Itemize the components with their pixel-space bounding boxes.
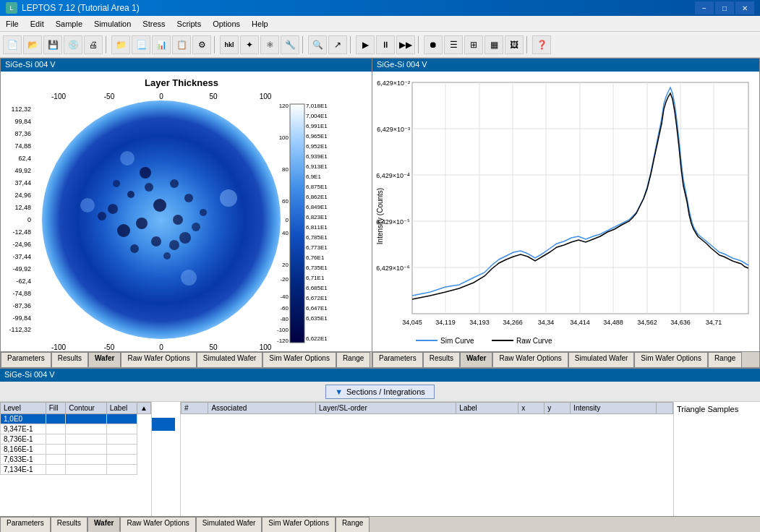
svg-text:34,045: 34,045: [402, 319, 422, 326]
tb-scan[interactable]: 🔍: [308, 35, 327, 54]
svg-text:0: 0: [159, 93, 163, 100]
toolbar-separator-5: [418, 36, 421, 53]
tb-open[interactable]: 📂: [23, 35, 42, 54]
tb-run[interactable]: ▶▶: [396, 35, 415, 54]
table-row[interactable]: 1,0E0: [1, 414, 151, 424]
left-tab-wafer[interactable]: Wafer: [88, 352, 121, 367]
table-row[interactable]: 8,166E-1: [1, 445, 151, 455]
tb-pause[interactable]: ⏸: [376, 35, 395, 54]
fill-value: [46, 414, 66, 424]
toolbar: 📄 📂 💾 💿 🖨 📁 📃 📊 📋 ⚙ hkl ✦ ⚛ 🔧 🔍 ↗ ▶ ⏸ ▶▶…: [0, 32, 760, 58]
left-panel: SiGe-Si 004 V Layer Thickness -100 -50 0…: [0, 58, 372, 368]
table-row[interactable]: 9,347E-1: [1, 424, 151, 434]
level-value: 7,633E-1: [1, 455, 46, 465]
sections-integrations-button[interactable]: ▼ Sections / Integrations: [325, 385, 435, 399]
col-level: Level: [1, 403, 46, 414]
svg-text:-112,32: -112,32: [9, 326, 31, 333]
tb-rec[interactable]: ⏺: [424, 35, 443, 54]
svg-point-27: [127, 191, 135, 198]
svg-text:50: 50: [209, 93, 218, 100]
svg-text:-120: -120: [277, 338, 289, 344]
svg-text:6,635E1: 6,635E1: [306, 315, 328, 322]
tb-folder[interactable]: 📁: [111, 35, 130, 54]
bottom-tab-sim-wafer[interactable]: Sim Wafer Options: [262, 517, 336, 532]
right-tab-sim-wafer[interactable]: Sim Wafer Options: [634, 352, 708, 367]
svg-text:7,004E1: 7,004E1: [306, 113, 328, 119]
menu-sample[interactable]: Sample: [50, 18, 88, 30]
col-associated: Associated: [208, 403, 316, 414]
tb-print[interactable]: 🖨: [84, 35, 103, 54]
tb-save2[interactable]: 💿: [64, 35, 82, 54]
table-row[interactable]: 7,633E-1: [1, 455, 151, 465]
col-fill: Fill: [46, 403, 66, 414]
menu-stress[interactable]: Stress: [137, 18, 171, 30]
bottom-tab-range[interactable]: Range: [336, 517, 370, 532]
minimize-button[interactable]: −: [695, 1, 714, 14]
menu-help[interactable]: Help: [246, 18, 274, 30]
svg-text:6,939E1: 6,939E1: [306, 153, 328, 160]
right-tab-raw-wafer[interactable]: Raw Wafer Options: [492, 352, 568, 367]
right-tab-results[interactable]: Results: [423, 352, 460, 367]
tb-doc[interactable]: 📃: [132, 35, 150, 54]
tb-tools[interactable]: 🔧: [281, 35, 299, 54]
menu-simulation[interactable]: Simulation: [88, 18, 137, 30]
tb-hkl[interactable]: hkl: [220, 35, 239, 54]
tb-atom[interactable]: ⚛: [260, 35, 279, 54]
bottom-tab-wafer[interactable]: Wafer: [87, 517, 120, 532]
menu-file[interactable]: File: [0, 18, 25, 30]
svg-text:6,952E1: 6,952E1: [306, 143, 328, 150]
bottom-tab-raw-wafer[interactable]: Raw Wafer Options: [120, 517, 195, 532]
tb-save[interactable]: 💾: [43, 35, 62, 54]
left-tab-sim-wafer[interactable]: Sim Wafer Options: [262, 352, 336, 367]
left-tab-parameters[interactable]: Parameters: [1, 352, 51, 367]
left-tab-range[interactable]: Range: [336, 352, 370, 367]
right-panel-tabs: Parameters Results Wafer Raw Wafer Optio…: [372, 351, 759, 367]
tb-btns[interactable]: ☰: [444, 35, 463, 54]
svg-text:0: 0: [159, 343, 163, 351]
svg-text:6,875E1: 6,875E1: [306, 184, 328, 190]
svg-text:6,685E1: 6,685E1: [306, 285, 328, 291]
right-tab-parameters[interactable]: Parameters: [372, 352, 423, 367]
menu-edit[interactable]: Edit: [25, 18, 50, 30]
bottom-tab-simulated[interactable]: Simulated Wafer: [196, 517, 262, 532]
xrd-chart-svg: Intensity (Counts): [372, 72, 756, 351]
svg-text:6,785E1: 6,785E1: [306, 234, 328, 241]
titlebar: L LEPTOS 7.12 (Tutorial Area 1) − □ ✕: [0, 0, 760, 16]
tb-table[interactable]: 📋: [172, 35, 191, 54]
bottom-tab-results[interactable]: Results: [51, 517, 87, 532]
tb-grid[interactable]: ⊞: [464, 35, 483, 54]
svg-point-33: [117, 224, 130, 237]
menu-options[interactable]: Options: [207, 18, 246, 30]
tb-settings[interactable]: ⚙: [192, 35, 211, 54]
tb-grid2[interactable]: ▦: [484, 35, 503, 54]
tb-img[interactable]: 🖼: [505, 35, 524, 54]
tb-new[interactable]: 📄: [3, 35, 22, 54]
contour-value: [66, 414, 106, 424]
left-tab-raw-wafer[interactable]: Raw Wafer Options: [121, 352, 196, 367]
right-tab-simulated[interactable]: Simulated Wafer: [568, 352, 635, 367]
tb-arrow[interactable]: ↗: [328, 35, 347, 54]
wafer-circle: [42, 100, 281, 339]
tb-star[interactable]: ✦: [240, 35, 259, 54]
left-tab-results[interactable]: Results: [51, 352, 88, 367]
tb-play[interactable]: ▶: [356, 35, 375, 54]
svg-point-37: [179, 232, 191, 244]
level-value: 1,0E0: [1, 414, 46, 424]
tb-chart[interactable]: 📊: [152, 35, 171, 54]
close-button[interactable]: ✕: [735, 1, 754, 14]
svg-point-36: [151, 236, 161, 246]
maximize-button[interactable]: □: [715, 1, 734, 14]
tb-help[interactable]: ❓: [532, 35, 551, 54]
svg-point-43: [169, 240, 179, 250]
left-tab-simulated[interactable]: Simulated Wafer: [197, 352, 263, 367]
bottom-tab-parameters[interactable]: Parameters: [0, 517, 51, 532]
right-tab-range[interactable]: Range: [708, 352, 742, 367]
right-tab-wafer[interactable]: Wafer: [460, 352, 492, 367]
svg-point-40: [113, 180, 120, 187]
svg-text:6,622E1: 6,622E1: [306, 335, 328, 342]
col-sort[interactable]: ▲: [137, 403, 151, 414]
svg-text:6,429×10⁻²: 6,429×10⁻²: [377, 80, 410, 87]
menu-scripts[interactable]: Scripts: [171, 18, 208, 30]
table-row[interactable]: 8,736E-1: [1, 434, 151, 445]
table-row[interactable]: 7,134E-1: [1, 465, 151, 475]
